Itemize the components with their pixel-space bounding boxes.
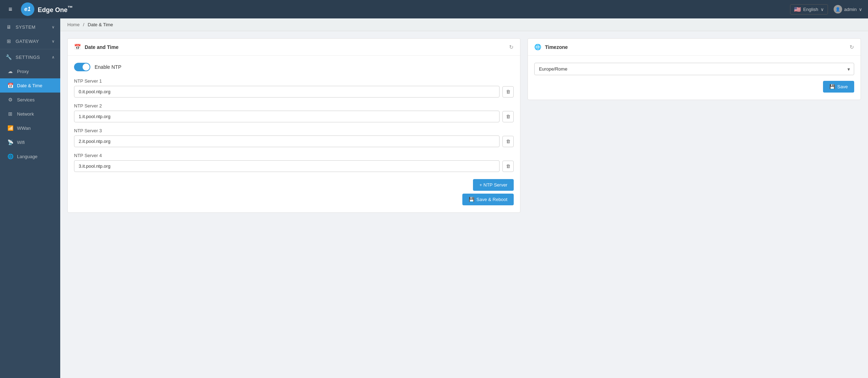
main-layout: 🖥 SYSTEM ∨ ⊞ GATEWAY ∨ 🔧 SETTINGS ∧ ☁ Pr…	[0, 18, 868, 378]
timezone-refresh-button[interactable]: ↻	[850, 44, 854, 50]
sidebar-item-label: Network	[17, 111, 34, 117]
sidebar-item-label: SETTINGS	[16, 55, 40, 60]
logo-circle: e1	[21, 2, 34, 16]
enable-ntp-row: Enable NTP	[74, 63, 514, 71]
ntp-server-2-label: NTP Server 2	[74, 103, 514, 109]
sidebar-item-gateway[interactable]: ⊞ GATEWAY ∨	[0, 34, 60, 48]
enable-ntp-toggle[interactable]	[74, 63, 90, 71]
sidebar-item-proxy[interactable]: ☁ Proxy	[0, 64, 60, 78]
trash-icon: 🗑	[506, 163, 511, 169]
ntp-server-1-group: NTP Server 1 🗑	[74, 78, 514, 98]
wifi-icon: 📡	[7, 139, 13, 145]
ntp-server-4-delete-button[interactable]: 🗑	[502, 161, 514, 172]
page-body: 📅 Date and Time ↻ Enable NTP	[60, 31, 868, 378]
breadcrumb-separator: /	[83, 22, 84, 27]
services-icon: ⚙	[7, 97, 13, 102]
ntp-server-4-row: 🗑	[74, 160, 514, 172]
trademark: ™	[68, 5, 73, 11]
sidebar-item-system[interactable]: 🖥 SYSTEM ∨	[0, 20, 60, 34]
sidebar-item-label: SYSTEM	[16, 24, 35, 30]
sidebar-item-date-time[interactable]: 📅 Date & Time	[0, 78, 60, 93]
timezone-save-label: Save	[837, 84, 848, 89]
settings-icon: 🔧	[6, 54, 12, 60]
ntp-server-1-delete-button[interactable]: 🗑	[502, 86, 514, 98]
ntp-server-2-group: NTP Server 2 🗑	[74, 103, 514, 122]
date-time-icon: 📅	[7, 83, 13, 88]
main-content: Home / Date & Time 📅 Date and Time ↻	[60, 18, 868, 378]
sidebar-item-settings[interactable]: 🔧 SETTINGS ∧	[0, 50, 60, 64]
flag-icon: 🇺🇸	[794, 6, 801, 13]
timezone-card-title: 🌐 Timezone	[534, 44, 568, 50]
globe-icon: 🌐	[534, 44, 541, 50]
save-reboot-icon: 💾	[469, 197, 474, 202]
date-time-refresh-button[interactable]: ↻	[509, 44, 514, 50]
timezone-save-button[interactable]: 💾 Save	[823, 81, 854, 93]
save-reboot-label: Save & Reboot	[477, 197, 507, 202]
ntp-server-4-input[interactable]	[74, 160, 500, 172]
language-selector[interactable]: 🇺🇸 English ∨	[790, 4, 828, 15]
timezone-save-icon: 💾	[829, 84, 835, 89]
sidebar-item-label: WWan	[17, 126, 31, 131]
app-name: Edge One™	[38, 5, 73, 14]
system-chevron-icon: ∨	[52, 25, 55, 29]
sidebar-item-network[interactable]: ⊞ Network	[0, 107, 60, 121]
ntp-server-4-label: NTP Server 4	[74, 153, 514, 158]
sidebar-item-label: Proxy	[17, 69, 29, 74]
date-time-card: 📅 Date and Time ↻ Enable NTP	[67, 38, 520, 213]
ntp-server-1-input[interactable]	[74, 86, 500, 98]
save-reboot-button[interactable]: 💾 Save & Reboot	[462, 194, 514, 205]
header-right: 🇺🇸 English ∨ 👤 admin ∨	[790, 4, 862, 15]
ntp-server-2-delete-button[interactable]: 🗑	[502, 111, 514, 122]
language-icon: 🌐	[7, 154, 13, 159]
sidebar-item-language[interactable]: 🌐 Language	[0, 149, 60, 163]
breadcrumb-home[interactable]: Home	[67, 22, 80, 27]
timezone-actions: 💾 Save	[534, 81, 854, 93]
sidebar-section-top: 🖥 SYSTEM ∨ ⊞ GATEWAY ∨ 🔧 SETTINGS ∧ ☁ Pr…	[0, 18, 60, 165]
system-icon: 🖥	[6, 24, 12, 30]
network-icon: ⊞	[7, 111, 13, 117]
timezone-title-text: Timezone	[545, 44, 568, 50]
sidebar-item-services[interactable]: ⚙ Services	[0, 93, 60, 107]
admin-button[interactable]: 👤 admin ∨	[834, 5, 862, 13]
menu-toggle-button[interactable]: ≡	[6, 4, 15, 15]
calendar-icon: 📅	[74, 44, 81, 50]
sidebar-item-label: Wifi	[17, 140, 25, 145]
avatar: 👤	[834, 5, 842, 13]
sidebar-item-wifi[interactable]: 📡 Wifi	[0, 135, 60, 149]
date-time-card-header: 📅 Date and Time ↻	[68, 39, 520, 56]
ntp-server-3-delete-button[interactable]: 🗑	[502, 136, 514, 147]
gateway-chevron-icon: ∨	[52, 39, 55, 44]
date-time-actions: + NTP Server 💾 Save & Reboot	[74, 179, 514, 205]
proxy-icon: ☁	[7, 68, 13, 74]
ntp-server-2-row: 🗑	[74, 111, 514, 122]
lang-chevron-icon: ∨	[821, 7, 824, 12]
timezone-select-wrapper: Europe/Rome UTC America/New_York America…	[534, 63, 854, 75]
sidebar-divider	[0, 49, 60, 49]
sidebar-item-label: Language	[17, 154, 38, 159]
sidebar-item-label: Services	[17, 97, 35, 102]
hamburger-icon: ≡	[9, 6, 12, 13]
avatar-icon: 👤	[835, 7, 840, 12]
add-ntp-server-button[interactable]: + NTP Server	[473, 179, 514, 191]
logo-area: e1 Edge One™	[21, 2, 73, 16]
sidebar-item-wwan[interactable]: 📶 WWan	[0, 121, 60, 135]
ntp-server-3-input[interactable]	[74, 135, 500, 147]
enable-ntp-label: Enable NTP	[95, 64, 121, 70]
wwan-icon: 📶	[7, 125, 13, 131]
gateway-icon: ⊞	[6, 38, 12, 44]
ntp-server-2-input[interactable]	[74, 111, 500, 122]
sidebar-item-label: Date & Time	[17, 83, 43, 88]
date-time-card-title: 📅 Date and Time	[74, 44, 118, 50]
ntp-server-3-group: NTP Server 3 🗑	[74, 128, 514, 147]
ntp-server-4-group: NTP Server 4 🗑	[74, 153, 514, 172]
top-header: ≡ e1 Edge One™ 🇺🇸 English ∨ 👤 admin ∨	[0, 0, 868, 18]
trash-icon: 🗑	[506, 89, 511, 94]
toggle-slider	[74, 63, 90, 71]
timezone-card-header: 🌐 Timezone ↻	[528, 39, 861, 56]
sidebar-item-label: GATEWAY	[16, 39, 39, 44]
trash-icon: 🗑	[506, 139, 511, 144]
ntp-server-1-label: NTP Server 1	[74, 78, 514, 84]
language-label: English	[803, 7, 818, 12]
sidebar: 🖥 SYSTEM ∨ ⊞ GATEWAY ∨ 🔧 SETTINGS ∧ ☁ Pr…	[0, 18, 60, 378]
timezone-select[interactable]: Europe/Rome UTC America/New_York America…	[534, 63, 854, 75]
